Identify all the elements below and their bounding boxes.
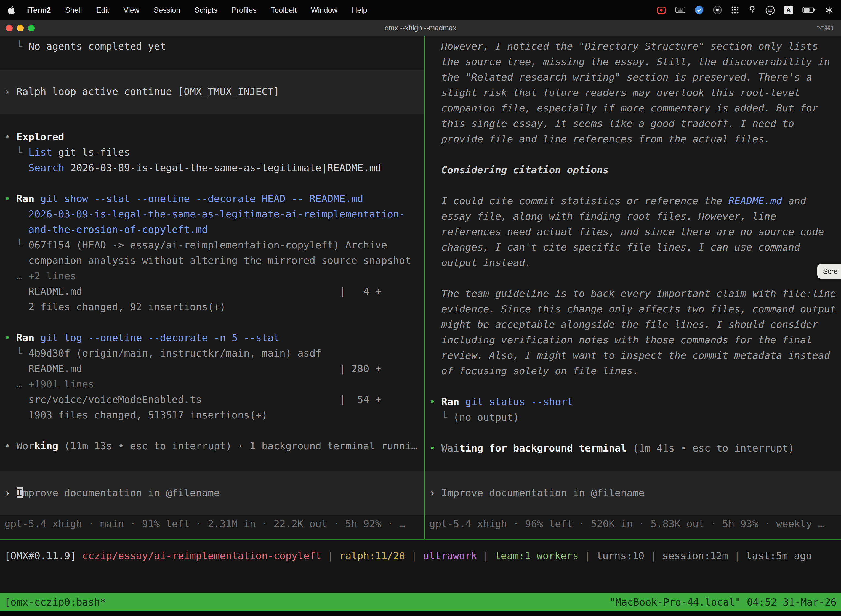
menu-item-session[interactable]: Session (154, 6, 180, 14)
input-source-icon[interactable]: A (784, 6, 793, 14)
text-segment: However, I noticed the "Directory Struct… (429, 40, 818, 52)
terminal-line: 2026-03-09-is-legal-the-same-as-legitima… (0, 207, 424, 222)
left-agent-pane[interactable]: └ No agents completed yet › Ralph loop a… (0, 37, 424, 539)
text-segment: • (4, 193, 16, 204)
text-segment: └ (4, 146, 28, 158)
minimize-window-button[interactable] (17, 25, 24, 31)
battery-icon[interactable] (802, 7, 816, 13)
menu-item-toolbelt[interactable]: Toolbelt (271, 6, 297, 14)
terminal-line: essay file, along with finding root file… (425, 209, 841, 224)
text-segment: Considering citation options (429, 164, 609, 176)
terminal-line: … +1901 lines (0, 377, 424, 392)
menu-item-iterm2[interactable]: iTerm2 (27, 6, 51, 14)
text-segment: › (4, 85, 16, 97)
text-segment: ultrawork (423, 550, 477, 561)
menu-item-help[interactable]: Help (352, 6, 367, 14)
ralph-loop-banner: › Ralph loop active continue [OMX_TMUX_I… (0, 84, 424, 99)
text-segment: | (321, 550, 339, 561)
text-segment: companion analysis without altering the … (4, 254, 411, 266)
text-segment: the source tree, missing the essay. Stil… (429, 56, 830, 67)
text-segment: Wai (441, 442, 459, 454)
terminal-line: However, I noticed the "Directory Struct… (425, 39, 841, 54)
text-segment: | 54 + (339, 393, 381, 405)
dark-app-icon[interactable] (713, 6, 722, 14)
close-window-button[interactable] (6, 25, 13, 31)
fan-icon[interactable] (825, 6, 833, 14)
screen: iTerm2ShellEditViewSessionScriptsProfile… (0, 0, 841, 616)
keyboard-icon[interactable] (675, 7, 686, 13)
menu-item-view[interactable]: View (123, 6, 139, 14)
menu-item-window[interactable]: Window (311, 6, 337, 14)
terminal-line: • Ran git show --stat --oneline --decora… (0, 191, 424, 207)
terminal-line: the source tree, missing the essay. Stil… (425, 54, 841, 70)
text-segment: └ (4, 40, 28, 52)
terminal-line: review. Also, I might want to inspect th… (425, 348, 841, 363)
terminal-line: evidence. Since this change only affects… (425, 301, 841, 317)
text-segment: essay file, along with finding root file… (429, 210, 776, 222)
text-segment (4, 208, 28, 220)
terminal-line (425, 178, 841, 193)
text-segment: | (579, 550, 596, 561)
right-agent-pane[interactable]: However, I noticed the "Directory Struct… (425, 37, 841, 539)
battery-percentage-icon[interactable]: 61 (765, 5, 775, 15)
left-prompt-box[interactable]: › Improve documentation in @filename (0, 471, 424, 515)
text-segment: review. Also, I might want to inspect th… (429, 349, 830, 361)
terminal-line: 1903 files changed, 513517 insertions(+) (0, 407, 424, 423)
text-segment: slight risk that future readers may over… (429, 87, 800, 98)
terminal-line: changes, I can't cite specific file line… (425, 239, 841, 255)
text-segment: last:5m ago (746, 550, 812, 561)
terminal-line: └ (no output) (425, 409, 841, 425)
screen-notification-popup[interactable]: Scre (818, 264, 841, 279)
text-segment: └ (429, 411, 453, 423)
text-segment (34, 332, 40, 343)
tmux-session-label: [omx-cczip0:bash* (4, 596, 106, 608)
text-segment: including verification notes with those … (429, 334, 812, 346)
right-prompt-box[interactable]: › Improve documentation in @filename (425, 471, 841, 515)
text-segment: 1903 files changed, 513517 insertions(+) (4, 409, 268, 421)
text-segment: Explored (16, 131, 64, 142)
menu-item-profiles[interactable]: Profiles (232, 6, 256, 14)
tmux-host-time-label: "MacBook-Pro-44.local" 04:52 31-Mar-26 (609, 596, 837, 608)
terminal-line: I could cite commit statistics or refere… (425, 193, 841, 209)
omx-status-bar: [OMX#0.11.9] cczip/essay/ai-reimplementa… (0, 540, 841, 563)
text-segment (202, 393, 339, 405)
terminal-line (0, 176, 424, 191)
text-segment: | 280 + (339, 363, 381, 374)
terminal-line: provide file and line references from th… (425, 131, 841, 147)
left-status-text: gpt-5.4 xhigh · main · 91% left · 2.31M … (4, 518, 405, 529)
tmux-status-bar: [omx-cczip0:bash* "MacBook-Pro-44.local"… (0, 593, 841, 611)
menu-item-edit[interactable]: Edit (96, 6, 109, 14)
text-segment (4, 224, 28, 235)
text-segment: the "Related research writing" section i… (429, 71, 812, 83)
text-segment: I could cite commit statistics or refere… (429, 195, 728, 207)
text-segment: List (28, 146, 53, 158)
text-segment: 2026-03-09-is-legal-the-same-as-legitima… (28, 208, 405, 220)
terminal-line: • Explored (0, 129, 424, 145)
window-title-bar[interactable]: omx --xhigh --madmax ⌥⌘1 (0, 20, 841, 37)
terminal-line: • Working (11m 13s • esc to interrupt) ·… (0, 438, 424, 454)
text-segment: provide file and line references from th… (429, 133, 770, 145)
text-segment: src/voice/voiceModeEnabled.ts (4, 393, 202, 405)
left-prompt-line: › Improve documentation in @filename (0, 485, 424, 501)
text-segment: and (782, 195, 806, 207)
terminal-line: companion file, especially if more comme… (425, 100, 841, 116)
zoom-window-button[interactable] (28, 25, 35, 31)
text-segment: | (644, 550, 662, 561)
menu-item-scripts[interactable]: Scripts (195, 6, 217, 14)
text-segment: (11m 13s • esc to interrupt) · 1 backgro… (58, 440, 417, 452)
text-segment: Ran (16, 332, 34, 343)
text-segment: [OMX#0.11.9] (4, 550, 82, 561)
text-segment: team:1 workers (495, 550, 578, 561)
text-segment: git status --short (465, 396, 573, 407)
terminal-line: 2 files changed, 92 insertions(+) (0, 299, 424, 315)
menu-item-shell[interactable]: Shell (65, 6, 82, 14)
text-segment: README.md (728, 195, 782, 207)
key-icon[interactable] (748, 6, 756, 14)
terminal-line: Search 2026-03-09-is-legal-the-same-as-l… (0, 160, 424, 176)
screen-recording-indicator-icon[interactable] (657, 6, 666, 13)
text-segment: 4b9d30f (origin/main, instructkr/main, m… (28, 347, 321, 359)
apps-grid-icon[interactable] (731, 6, 739, 14)
apple-menu-icon[interactable] (8, 5, 15, 15)
text-segment: might be acceptable alongside the file l… (429, 318, 818, 330)
blue-app-icon[interactable] (695, 6, 703, 14)
